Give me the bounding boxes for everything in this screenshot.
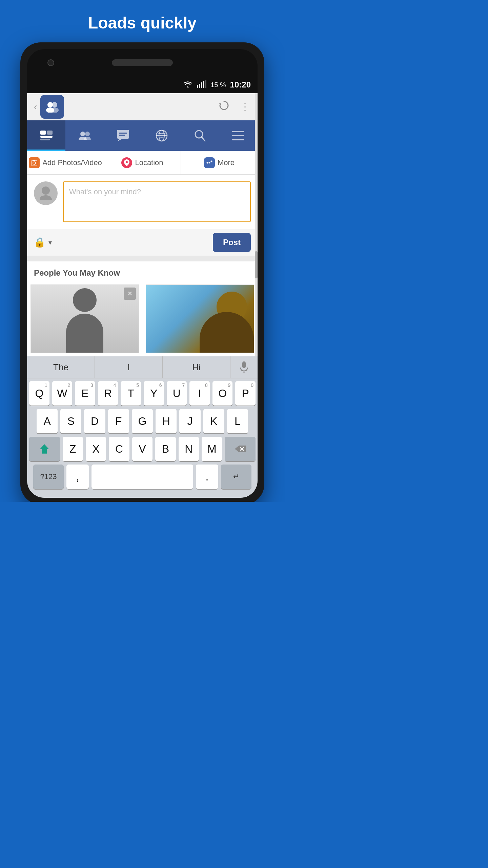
- add-photos-button[interactable]: Add Photos/Video: [27, 151, 104, 174]
- section-divider: [27, 256, 258, 261]
- key-h[interactable]: H: [156, 409, 177, 433]
- key-y[interactable]: 6Y: [144, 381, 164, 406]
- suggestion-i[interactable]: I: [95, 356, 163, 378]
- svg-point-29: [33, 162, 36, 164]
- scrollbar-thumb[interactable]: [255, 251, 258, 278]
- key-x[interactable]: X: [86, 437, 106, 461]
- phone-wrapper: 15 % 10:20 ‹: [0, 42, 285, 502]
- key-row-3: Z X C V B N M: [29, 437, 256, 461]
- key-f[interactable]: F: [108, 409, 129, 433]
- space-button[interactable]: [92, 465, 193, 489]
- more-post-button[interactable]: More: [181, 151, 258, 174]
- svg-rect-10: [40, 131, 46, 135]
- key-t[interactable]: 5T: [121, 381, 141, 406]
- key-g[interactable]: G: [132, 409, 153, 433]
- nav-item-messages[interactable]: [104, 120, 142, 151]
- key-l[interactable]: L: [227, 409, 248, 433]
- phone-device: 15 % 10:20 ‹: [20, 42, 264, 502]
- suggestion-the[interactable]: The: [27, 356, 95, 378]
- nav-item-globe[interactable]: [142, 120, 181, 151]
- status-time: 10:20: [230, 80, 251, 90]
- svg-point-32: [206, 162, 208, 163]
- backspace-button[interactable]: [225, 437, 256, 461]
- symbols-button[interactable]: ?123: [33, 465, 64, 489]
- svg-rect-16: [117, 130, 129, 139]
- svg-rect-25: [232, 131, 244, 132]
- status-bar: 15 % 10:20: [27, 76, 258, 93]
- person-card-1: ✕: [30, 284, 139, 353]
- post-text-input[interactable]: What's on your mind?: [63, 181, 251, 222]
- key-m[interactable]: M: [202, 437, 222, 461]
- key-z[interactable]: Z: [63, 437, 83, 461]
- nav-item-more[interactable]: [219, 120, 258, 151]
- privacy-selector[interactable]: 🔒 ▾: [34, 237, 52, 248]
- svg-rect-37: [242, 361, 246, 368]
- nav-item-search[interactable]: [181, 120, 219, 151]
- keyboard-suggestions: The I Hi: [27, 356, 258, 378]
- key-v[interactable]: V: [132, 437, 152, 461]
- key-k[interactable]: K: [203, 409, 224, 433]
- key-j[interactable]: J: [179, 409, 200, 433]
- mic-button[interactable]: [230, 361, 258, 373]
- user-avatar: [34, 181, 58, 205]
- svg-point-33: [208, 162, 210, 163]
- page-title: Loads quickly: [0, 14, 285, 32]
- key-c[interactable]: C: [109, 437, 129, 461]
- svg-marker-17: [118, 139, 122, 141]
- suggestion-hi[interactable]: Hi: [163, 356, 230, 378]
- key-w[interactable]: 2W: [52, 381, 73, 406]
- app-header-right: ⋮: [218, 99, 251, 114]
- key-n[interactable]: N: [179, 437, 199, 461]
- add-photos-label: Add Photos/Video: [42, 158, 102, 167]
- svg-rect-0: [197, 85, 198, 88]
- key-u[interactable]: 7U: [167, 381, 187, 406]
- key-row-1: 1Q 2W 3E 4R 5T 6Y 7U 8I 9O 0P: [29, 381, 256, 406]
- svg-rect-26: [232, 135, 244, 136]
- post-actions-bar: Add Photos/Video Location: [27, 151, 258, 175]
- app-header: ‹: [27, 93, 258, 120]
- enter-button[interactable]: ↵: [221, 465, 251, 489]
- post-placeholder: What's on your mind?: [69, 188, 141, 196]
- key-d[interactable]: D: [84, 409, 105, 433]
- key-b[interactable]: B: [155, 437, 176, 461]
- privacy-lock-icon: 🔒: [34, 237, 46, 248]
- key-row-2: A S D F G H J K L: [29, 409, 256, 433]
- privacy-chevron-icon: ▾: [48, 238, 52, 246]
- nav-item-feed[interactable]: [27, 120, 65, 151]
- refresh-icon[interactable]: [218, 99, 230, 114]
- key-p[interactable]: 0P: [235, 381, 256, 406]
- svg-rect-4: [205, 80, 206, 88]
- key-s[interactable]: S: [60, 409, 81, 433]
- key-period[interactable]: .: [196, 465, 218, 489]
- back-button[interactable]: ‹: [34, 101, 37, 112]
- key-comma[interactable]: ,: [66, 465, 89, 489]
- photo-icon: [29, 157, 40, 168]
- key-q[interactable]: 1Q: [29, 381, 49, 406]
- phone-camera: [47, 59, 54, 66]
- keyboard-rows: 1Q 2W 3E 4R 5T 6Y 7U 8I 9O 0P: [27, 378, 258, 498]
- battery-text: 15 %: [210, 81, 226, 89]
- shift-button[interactable]: [29, 437, 60, 461]
- svg-line-24: [202, 137, 205, 141]
- key-a[interactable]: A: [37, 409, 58, 433]
- nav-item-friends[interactable]: [65, 120, 104, 151]
- menu-dots-icon[interactable]: ⋮: [240, 101, 251, 112]
- svg-rect-28: [31, 161, 37, 165]
- key-e[interactable]: 3E: [75, 381, 95, 406]
- svg-point-15: [85, 132, 90, 136]
- post-button[interactable]: Post: [213, 233, 251, 252]
- nav-bar: [27, 120, 258, 151]
- card-close-button-1[interactable]: ✕: [124, 288, 136, 300]
- more-icon: [204, 157, 215, 168]
- people-section-title: People You May Know: [27, 261, 258, 281]
- key-i[interactable]: 8I: [189, 381, 210, 406]
- location-icon: [121, 157, 132, 168]
- key-row-bottom: ?123 , . ↵: [29, 465, 256, 492]
- key-o[interactable]: 9O: [212, 381, 233, 406]
- location-button[interactable]: Location: [104, 151, 181, 174]
- person1-photo: [61, 288, 108, 353]
- svg-point-34: [210, 160, 212, 162]
- post-compose-area: What's on your mind?: [27, 175, 258, 229]
- key-r[interactable]: 4R: [98, 381, 118, 406]
- svg-point-7: [52, 102, 57, 107]
